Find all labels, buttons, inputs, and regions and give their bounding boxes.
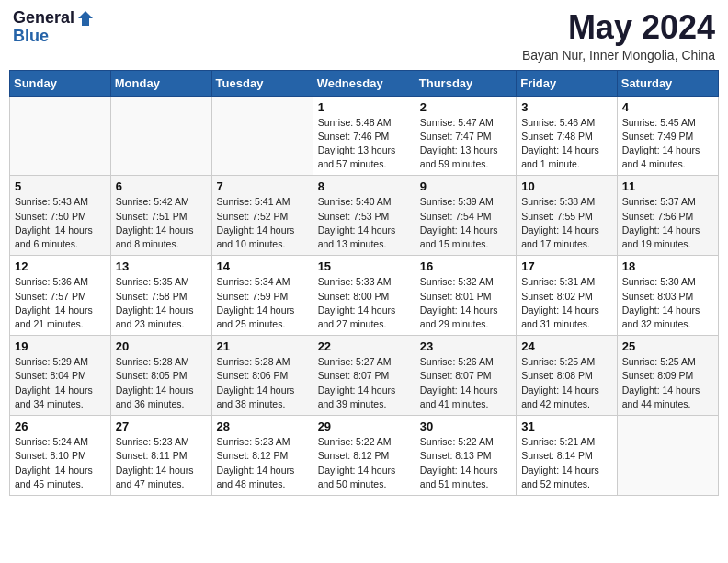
day-info: Sunrise: 5:33 AMSunset: 8:00 PMDaylight:… (318, 275, 410, 331)
day-number: 14 (217, 259, 308, 273)
calendar-cell: 3Sunrise: 5:46 AMSunset: 7:48 PMDaylight… (517, 96, 618, 176)
calendar-cell (617, 416, 718, 496)
day-number: 22 (318, 339, 410, 353)
calendar-cell: 15Sunrise: 5:33 AMSunset: 8:00 PMDayligh… (313, 256, 415, 336)
day-number: 5 (15, 179, 106, 193)
day-number: 31 (521, 419, 612, 433)
day-number: 21 (217, 339, 308, 353)
day-info: Sunrise: 5:40 AMSunset: 7:53 PMDaylight:… (318, 195, 410, 251)
day-number: 1 (318, 100, 410, 114)
day-info: Sunrise: 5:48 AMSunset: 7:46 PMDaylight:… (318, 116, 410, 172)
calendar-cell: 21Sunrise: 5:28 AMSunset: 8:06 PMDayligh… (211, 336, 313, 416)
day-number: 18 (622, 259, 713, 273)
day-info: Sunrise: 5:36 AMSunset: 7:57 PMDaylight:… (15, 275, 106, 331)
day-info: Sunrise: 5:46 AMSunset: 7:48 PMDaylight:… (521, 116, 612, 172)
calendar-cell: 20Sunrise: 5:28 AMSunset: 8:05 PMDayligh… (110, 336, 211, 416)
logo-icon (76, 9, 95, 28)
calendar-week-row: 19Sunrise: 5:29 AMSunset: 8:04 PMDayligh… (10, 336, 719, 416)
day-number: 17 (521, 259, 612, 273)
calendar-cell: 19Sunrise: 5:29 AMSunset: 8:04 PMDayligh… (10, 336, 111, 416)
day-number: 2 (420, 100, 511, 114)
calendar-week-row: 1Sunrise: 5:48 AMSunset: 7:46 PMDaylight… (10, 96, 719, 176)
day-number: 23 (420, 339, 511, 353)
day-number: 10 (521, 179, 612, 193)
weekday-header-sunday: Sunday (10, 70, 111, 96)
day-info: Sunrise: 5:22 AMSunset: 8:13 PMDaylight:… (420, 435, 511, 491)
day-info: Sunrise: 5:21 AMSunset: 8:14 PMDaylight:… (521, 435, 612, 491)
calendar-cell: 5Sunrise: 5:43 AMSunset: 7:50 PMDaylight… (10, 176, 111, 256)
day-info: Sunrise: 5:32 AMSunset: 8:01 PMDaylight:… (420, 275, 511, 331)
calendar-cell: 1Sunrise: 5:48 AMSunset: 7:46 PMDaylight… (313, 96, 415, 176)
day-info: Sunrise: 5:24 AMSunset: 8:10 PMDaylight:… (15, 435, 106, 491)
day-number: 29 (318, 419, 410, 433)
day-number: 8 (318, 179, 410, 193)
day-number: 28 (217, 419, 308, 433)
day-info: Sunrise: 5:34 AMSunset: 7:59 PMDaylight:… (217, 275, 308, 331)
weekday-header-friday: Friday (517, 70, 618, 96)
day-number: 4 (622, 100, 713, 114)
month-year-title: May 2024 (522, 9, 715, 46)
calendar-cell: 27Sunrise: 5:23 AMSunset: 8:11 PMDayligh… (110, 416, 211, 496)
day-number: 25 (622, 339, 713, 353)
calendar-cell: 9Sunrise: 5:39 AMSunset: 7:54 PMDaylight… (415, 176, 516, 256)
day-info: Sunrise: 5:39 AMSunset: 7:54 PMDaylight:… (420, 195, 511, 251)
title-block: May 2024 Bayan Nur, Inner Mongolia, Chin… (522, 9, 715, 63)
calendar-cell: 22Sunrise: 5:27 AMSunset: 8:07 PMDayligh… (313, 336, 415, 416)
calendar-cell: 16Sunrise: 5:32 AMSunset: 8:01 PMDayligh… (415, 256, 516, 336)
day-info: Sunrise: 5:28 AMSunset: 8:06 PMDaylight:… (217, 355, 308, 411)
day-info: Sunrise: 5:38 AMSunset: 7:55 PMDaylight:… (521, 195, 612, 251)
day-info: Sunrise: 5:23 AMSunset: 8:12 PMDaylight:… (217, 435, 308, 491)
calendar-week-row: 5Sunrise: 5:43 AMSunset: 7:50 PMDaylight… (10, 176, 719, 256)
calendar-cell: 18Sunrise: 5:30 AMSunset: 8:03 PMDayligh… (617, 256, 718, 336)
day-number: 16 (420, 259, 511, 273)
page-header: General Blue May 2024 Bayan Nur, Inner M… (9, 9, 719, 63)
day-info: Sunrise: 5:47 AMSunset: 7:47 PMDaylight:… (420, 116, 511, 172)
weekday-header-tuesday: Tuesday (211, 70, 313, 96)
logo: General Blue (13, 9, 95, 46)
day-number: 26 (15, 419, 106, 433)
day-info: Sunrise: 5:41 AMSunset: 7:52 PMDaylight:… (217, 195, 308, 251)
calendar-cell (211, 96, 313, 176)
day-info: Sunrise: 5:27 AMSunset: 8:07 PMDaylight:… (318, 355, 410, 411)
day-number: 15 (318, 259, 410, 273)
calendar-cell: 17Sunrise: 5:31 AMSunset: 8:02 PMDayligh… (517, 256, 618, 336)
calendar-cell: 11Sunrise: 5:37 AMSunset: 7:56 PMDayligh… (617, 176, 718, 256)
calendar-cell: 28Sunrise: 5:23 AMSunset: 8:12 PMDayligh… (211, 416, 313, 496)
weekday-header-monday: Monday (110, 70, 211, 96)
day-info: Sunrise: 5:28 AMSunset: 8:05 PMDaylight:… (116, 355, 207, 411)
weekday-header-saturday: Saturday (617, 70, 718, 96)
calendar-cell: 25Sunrise: 5:25 AMSunset: 8:09 PMDayligh… (617, 336, 718, 416)
weekday-header-wednesday: Wednesday (313, 70, 415, 96)
day-number: 12 (15, 259, 106, 273)
day-info: Sunrise: 5:23 AMSunset: 8:11 PMDaylight:… (116, 435, 207, 491)
day-number: 9 (420, 179, 511, 193)
day-number: 3 (521, 100, 612, 114)
day-number: 7 (217, 179, 308, 193)
calendar-table: SundayMondayTuesdayWednesdayThursdayFrid… (9, 70, 719, 496)
day-info: Sunrise: 5:25 AMSunset: 8:08 PMDaylight:… (521, 355, 612, 411)
day-number: 20 (116, 339, 207, 353)
calendar-cell: 6Sunrise: 5:42 AMSunset: 7:51 PMDaylight… (110, 176, 211, 256)
day-info: Sunrise: 5:37 AMSunset: 7:56 PMDaylight:… (622, 195, 713, 251)
day-number: 11 (622, 179, 713, 193)
day-info: Sunrise: 5:45 AMSunset: 7:49 PMDaylight:… (622, 116, 713, 172)
calendar-cell: 2Sunrise: 5:47 AMSunset: 7:47 PMDaylight… (415, 96, 516, 176)
day-number: 6 (116, 179, 207, 193)
day-info: Sunrise: 5:26 AMSunset: 8:07 PMDaylight:… (420, 355, 511, 411)
calendar-cell: 13Sunrise: 5:35 AMSunset: 7:58 PMDayligh… (110, 256, 211, 336)
day-number: 19 (15, 339, 106, 353)
calendar-cell: 30Sunrise: 5:22 AMSunset: 8:13 PMDayligh… (415, 416, 516, 496)
day-number: 13 (116, 259, 207, 273)
weekday-header-row: SundayMondayTuesdayWednesdayThursdayFrid… (10, 70, 719, 96)
day-info: Sunrise: 5:35 AMSunset: 7:58 PMDaylight:… (116, 275, 207, 331)
calendar-cell: 29Sunrise: 5:22 AMSunset: 8:12 PMDayligh… (313, 416, 415, 496)
day-info: Sunrise: 5:22 AMSunset: 8:12 PMDaylight:… (318, 435, 410, 491)
calendar-cell: 24Sunrise: 5:25 AMSunset: 8:08 PMDayligh… (517, 336, 618, 416)
calendar-cell: 10Sunrise: 5:38 AMSunset: 7:55 PMDayligh… (517, 176, 618, 256)
calendar-cell: 14Sunrise: 5:34 AMSunset: 7:59 PMDayligh… (211, 256, 313, 336)
calendar-cell: 31Sunrise: 5:21 AMSunset: 8:14 PMDayligh… (517, 416, 618, 496)
day-info: Sunrise: 5:29 AMSunset: 8:04 PMDaylight:… (15, 355, 106, 411)
calendar-week-row: 26Sunrise: 5:24 AMSunset: 8:10 PMDayligh… (10, 416, 719, 496)
logo-blue-text: Blue (13, 28, 95, 46)
location-subtitle: Bayan Nur, Inner Mongolia, China (522, 48, 715, 63)
